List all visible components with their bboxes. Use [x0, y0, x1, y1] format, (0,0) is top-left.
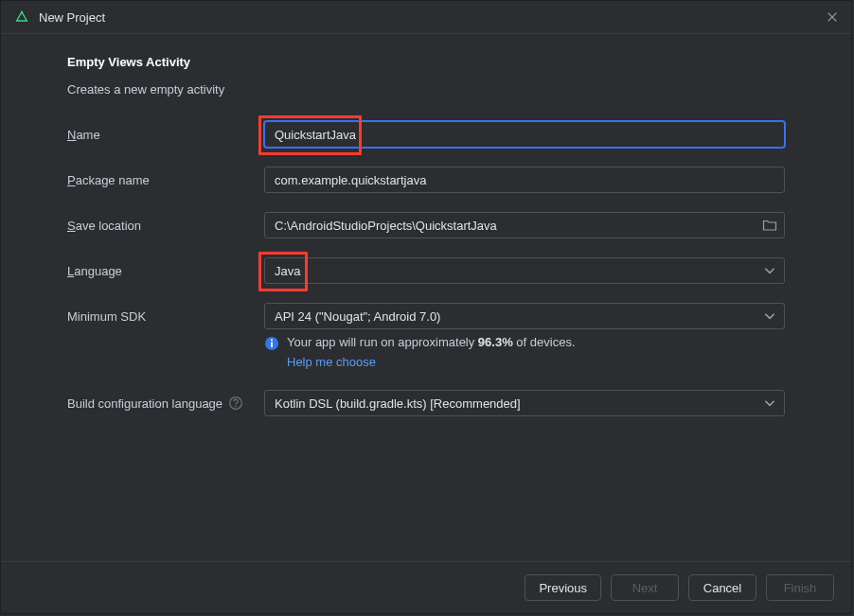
- min-sdk-info-text: Your app will run on approximately 96.3%…: [287, 335, 576, 369]
- language-select-value: Java: [275, 264, 300, 278]
- info-icon: [264, 336, 279, 351]
- new-project-dialog: New Project Empty Views Activity Creates…: [0, 0, 852, 614]
- close-button[interactable]: [823, 8, 842, 26]
- label-language: Language: [67, 264, 264, 278]
- button-bar: Previous Next Cancel Finish: [1, 561, 851, 613]
- label-package: Package name: [67, 173, 264, 187]
- titlebar: New Project: [1, 1, 851, 34]
- name-input[interactable]: [264, 121, 785, 148]
- save-location-input[interactable]: [264, 212, 785, 238]
- row-language: Language Java: [67, 257, 785, 284]
- browse-folder-icon[interactable]: [762, 218, 777, 233]
- label-build-lang: Build configuration language: [67, 396, 264, 411]
- page-heading: Empty Views Activity: [67, 55, 785, 69]
- label-min-sdk: Minimum SDK: [67, 309, 264, 324]
- next-button: Next: [611, 574, 679, 601]
- help-me-choose-link[interactable]: Help me choose: [287, 355, 576, 369]
- page-subtitle: Creates a new empty activity: [67, 82, 785, 97]
- row-name: Name: [67, 121, 785, 148]
- min-sdk-select-value: API 24 ("Nougat"; Android 7.0): [275, 309, 440, 324]
- row-min-sdk: Minimum SDK API 24 ("Nougat"; Android 7.…: [67, 303, 785, 329]
- finish-button: Finish: [766, 574, 834, 601]
- svg-point-3: [271, 339, 273, 341]
- min-sdk-select[interactable]: API 24 ("Nougat"; Android 7.0): [264, 303, 785, 329]
- row-build-lang: Build configuration language Kotlin DSL …: [67, 390, 785, 416]
- cancel-button[interactable]: Cancel: [688, 574, 756, 601]
- label-name: Name: [67, 128, 264, 142]
- previous-button[interactable]: Previous: [525, 574, 601, 601]
- chevron-down-icon: [763, 396, 776, 410]
- label-save-location: Save location: [67, 219, 264, 233]
- content-area: Empty Views Activity Creates a new empty…: [1, 34, 851, 416]
- chevron-down-icon: [763, 264, 776, 277]
- help-icon[interactable]: [228, 396, 243, 411]
- chevron-down-icon: [763, 309, 776, 323]
- build-lang-select[interactable]: Kotlin DSL (build.gradle.kts) [Recommend…: [264, 390, 785, 416]
- row-package: Package name: [67, 167, 785, 193]
- package-input[interactable]: [264, 167, 785, 193]
- android-studio-icon: [14, 9, 29, 25]
- window-title: New Project: [39, 10, 823, 25]
- row-save-location: Save location: [67, 212, 785, 238]
- language-select[interactable]: Java: [264, 257, 785, 284]
- svg-point-0: [21, 11, 23, 13]
- min-sdk-info: Your app will run on approximately 96.3%…: [264, 335, 785, 369]
- svg-rect-2: [271, 343, 273, 348]
- svg-point-5: [235, 406, 237, 408]
- build-lang-select-value: Kotlin DSL (build.gradle.kts) [Recommend…: [275, 396, 521, 411]
